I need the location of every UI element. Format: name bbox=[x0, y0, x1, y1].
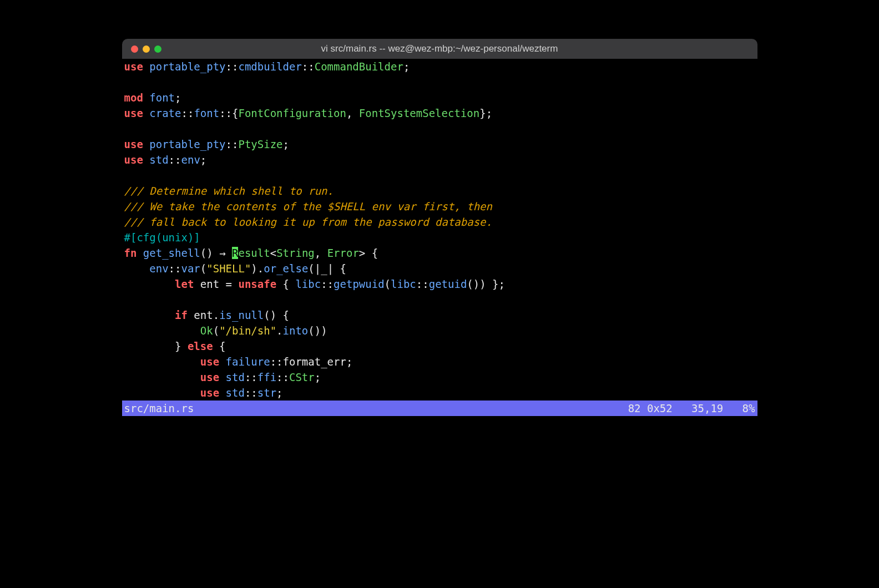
status-right: 82 0x52 35,19 8% bbox=[628, 401, 755, 416]
comment-line: /// We take the contents of the $SHELL e… bbox=[122, 199, 757, 214]
vi-statusbar: src/main.rs 82 0x52 35,19 8% bbox=[122, 401, 757, 416]
code-line: if ent.is_null() { bbox=[122, 307, 757, 323]
code-line: use failure::format_err; bbox=[122, 354, 757, 369]
terminal-window: vi src/main.rs -- wez@wez-mbp:~/wez-pers… bbox=[122, 39, 757, 428]
window-title: vi src/main.rs -- wez@wez-mbp:~/wez-pers… bbox=[131, 43, 749, 54]
code-line: use std::str; bbox=[122, 385, 757, 401]
comment-line: /// Determine which shell to run. bbox=[122, 183, 757, 199]
code-line: } else { bbox=[122, 338, 757, 354]
maximize-button[interactable] bbox=[154, 45, 161, 53]
blank-line bbox=[122, 168, 757, 183]
blank-line bbox=[122, 121, 757, 136]
close-button[interactable] bbox=[131, 45, 138, 53]
comment-line: /// fall back to looking it up from the … bbox=[122, 214, 757, 230]
code-line: use crate::font::{FontConfiguration, Fon… bbox=[122, 105, 757, 121]
blank-line bbox=[122, 74, 757, 90]
window-controls bbox=[131, 45, 161, 53]
code-line: use std::ffi::CStr; bbox=[122, 369, 757, 385]
code-line: mod font; bbox=[122, 90, 757, 105]
code-line: Ok("/bin/sh".into()) bbox=[122, 323, 757, 338]
code-line: use std::env; bbox=[122, 152, 757, 168]
code-line: let ent = unsafe { libc::getpwuid(libc::… bbox=[122, 276, 757, 292]
bottom-padding bbox=[122, 416, 757, 428]
titlebar[interactable]: vi src/main.rs -- wez@wez-mbp:~/wez-pers… bbox=[122, 39, 757, 59]
cursor: R bbox=[232, 247, 238, 259]
attribute-line: #[cfg(unix)] bbox=[122, 230, 757, 245]
blank-line bbox=[122, 292, 757, 307]
code-line: env::var("SHELL").or_else(|_| { bbox=[122, 261, 757, 276]
code-line: use portable_pty::PtySize; bbox=[122, 136, 757, 152]
code-line: fn get_shell() → Result<String, Error> { bbox=[122, 245, 757, 261]
terminal-content[interactable]: use portable_pty::cmdbuilder::CommandBui… bbox=[122, 59, 757, 401]
minimize-button[interactable] bbox=[143, 45, 150, 53]
status-filename: src/main.rs bbox=[124, 401, 628, 416]
code-line: use portable_pty::cmdbuilder::CommandBui… bbox=[122, 59, 757, 74]
